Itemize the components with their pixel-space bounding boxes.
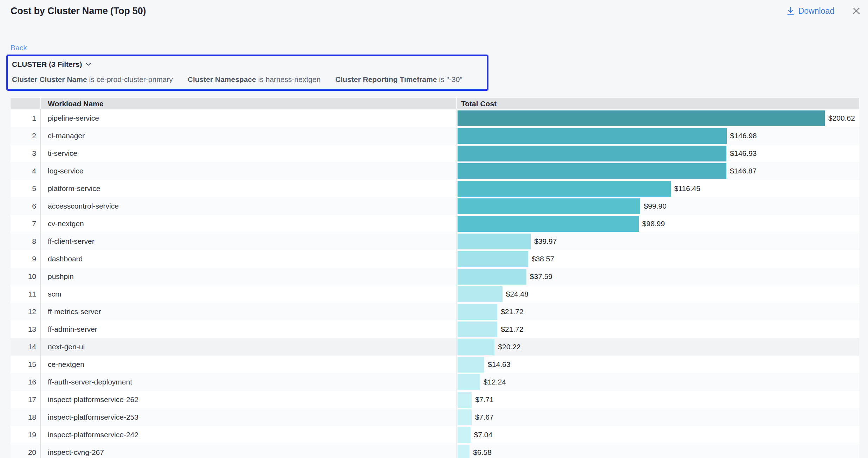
workload-name: inspect-platformservice-253	[41, 408, 457, 426]
table-row[interactable]: 9 dashboard $38.57	[11, 250, 859, 268]
cost-bar	[458, 128, 727, 144]
cost-bar	[458, 269, 526, 285]
table-row[interactable]: 16 ff-auth-server-deployment $12.24	[11, 373, 859, 391]
cost-bar	[458, 409, 472, 425]
row-rank: 3	[11, 145, 41, 162]
cost-value: $7.04	[474, 431, 493, 439]
total-cost-cell: $6.58	[457, 444, 859, 458]
workload-name: log-service	[41, 162, 457, 180]
total-cost-cell: $14.63	[457, 356, 859, 373]
cost-bar	[458, 445, 469, 458]
cost-value: $116.45	[674, 184, 700, 193]
cost-table: Workload Name Total Cost 1 pipeline-serv…	[11, 98, 859, 458]
row-rank: 1	[11, 109, 41, 127]
cost-bar	[458, 392, 472, 408]
row-rank: 12	[11, 303, 41, 320]
row-rank: 11	[11, 285, 41, 303]
cost-value: $39.97	[534, 237, 557, 246]
workload-name: cv-nextgen	[41, 215, 457, 233]
cost-value: $98.99	[642, 220, 665, 228]
table-row[interactable]: 19 inspect-platformservice-242 $7.04	[11, 426, 859, 444]
header-actions: Download	[786, 5, 862, 16]
filter-group-toggle[interactable]: CLUSTER (3 Filters)	[12, 60, 483, 69]
table-header: Workload Name Total Cost	[11, 98, 859, 109]
workload-name: ff-admin-server	[41, 320, 457, 338]
table-row[interactable]: 3 ti-service $146.93	[11, 145, 859, 162]
cost-bar	[458, 234, 531, 249]
back-link[interactable]: Back	[11, 44, 27, 52]
cost-value: $200.62	[828, 114, 855, 122]
table-row[interactable]: 15 ce-nextgen $14.63	[11, 356, 859, 373]
cost-value: $24.48	[506, 290, 529, 298]
total-cost-cell: $146.98	[457, 127, 859, 145]
table-row[interactable]: 20 inspect-cvng-267 $6.58	[11, 444, 859, 458]
chevron-down-icon	[86, 63, 91, 66]
cost-bar	[458, 322, 497, 337]
column-header-workload-name: Workload Name	[41, 98, 457, 109]
table-row[interactable]: 4 log-service $146.87	[11, 162, 859, 180]
page-title: Cost by Cluster Name (Top 50)	[11, 5, 146, 17]
total-cost-cell: $39.97	[457, 233, 859, 250]
close-icon	[852, 6, 861, 15]
table-row[interactable]: 8 ff-client-server $39.97	[11, 233, 859, 250]
total-cost-cell: $98.99	[457, 215, 859, 233]
table-row[interactable]: 11 scm $24.48	[11, 285, 859, 303]
column-header-total-cost: Total Cost	[457, 100, 859, 108]
cost-bar	[458, 110, 825, 126]
row-rank: 8	[11, 233, 41, 250]
close-button[interactable]	[851, 6, 862, 16]
table-row[interactable]: 6 accesscontrol-service $99.90	[11, 197, 859, 215]
cost-bar	[458, 163, 726, 179]
filter-value: "-30"	[447, 75, 462, 84]
filter-condition: Cluster Cluster Name is ce-prod-cluster-…	[12, 75, 173, 84]
total-cost-cell: $21.72	[457, 303, 859, 320]
total-cost-cell: $146.87	[457, 162, 859, 180]
cost-bar	[458, 339, 494, 355]
table-row[interactable]: 12 ff-metrics-server $21.72	[11, 303, 859, 320]
cost-bar	[458, 216, 639, 232]
filter-operator: is	[89, 75, 95, 84]
total-cost-cell: $99.90	[457, 197, 859, 215]
table-row[interactable]: 10 pushpin $37.59	[11, 268, 859, 285]
filter-field: Cluster Reporting Timeframe	[335, 75, 437, 84]
cost-bar	[458, 146, 726, 161]
workload-name: platform-service	[41, 180, 457, 197]
workload-name: ff-client-server	[41, 233, 457, 250]
filter-condition: Cluster Reporting Timeframe is "-30"	[335, 75, 462, 84]
download-button[interactable]: Download	[786, 6, 834, 16]
table-row[interactable]: 14 next-gen-ui $20.22	[11, 338, 859, 356]
cost-value: $20.22	[498, 343, 520, 351]
cost-value: $7.71	[475, 395, 494, 404]
table-row[interactable]: 2 ci-manager $146.98	[11, 127, 859, 145]
cost-bar	[458, 427, 471, 443]
cost-bar	[458, 181, 671, 197]
workload-name: ce-nextgen	[41, 356, 457, 373]
workload-name: inspect-platformservice-262	[41, 391, 457, 408]
total-cost-cell: $146.93	[457, 145, 859, 162]
table-row[interactable]: 1 pipeline-service $200.62	[11, 109, 859, 127]
table-row[interactable]: 13 ff-admin-server $21.72	[11, 320, 859, 338]
cost-value: $12.24	[484, 378, 506, 386]
cost-value: $7.67	[475, 413, 494, 421]
table-row[interactable]: 17 inspect-platformservice-262 $7.71	[11, 391, 859, 408]
modal-header: Cost by Cluster Name (Top 50) Download	[0, 0, 868, 21]
table-row[interactable]: 7 cv-nextgen $98.99	[11, 215, 859, 233]
row-rank: 6	[11, 197, 41, 215]
table-body: 1 pipeline-service $200.62 2 ci-manager …	[11, 109, 859, 458]
table-row[interactable]: 5 platform-service $116.45	[11, 180, 859, 197]
filter-panel: CLUSTER (3 Filters) Cluster Cluster Name…	[6, 55, 488, 91]
filter-operator: is	[439, 75, 444, 84]
filter-conditions: Cluster Cluster Name is ce-prod-cluster-…	[12, 75, 483, 84]
row-rank: 2	[11, 127, 41, 145]
table-row[interactable]: 18 inspect-platformservice-253 $7.67	[11, 408, 859, 426]
filter-group-label: CLUSTER (3 Filters)	[12, 60, 82, 69]
cost-value: $21.72	[501, 307, 523, 316]
row-rank: 9	[11, 250, 41, 268]
row-rank: 16	[11, 373, 41, 391]
row-rank: 18	[11, 408, 41, 426]
workload-name: next-gen-ui	[41, 338, 457, 356]
cost-value: $14.63	[488, 360, 510, 369]
row-rank: 13	[11, 320, 41, 338]
cost-value: $37.59	[530, 272, 552, 281]
total-cost-cell: $38.57	[457, 250, 859, 268]
